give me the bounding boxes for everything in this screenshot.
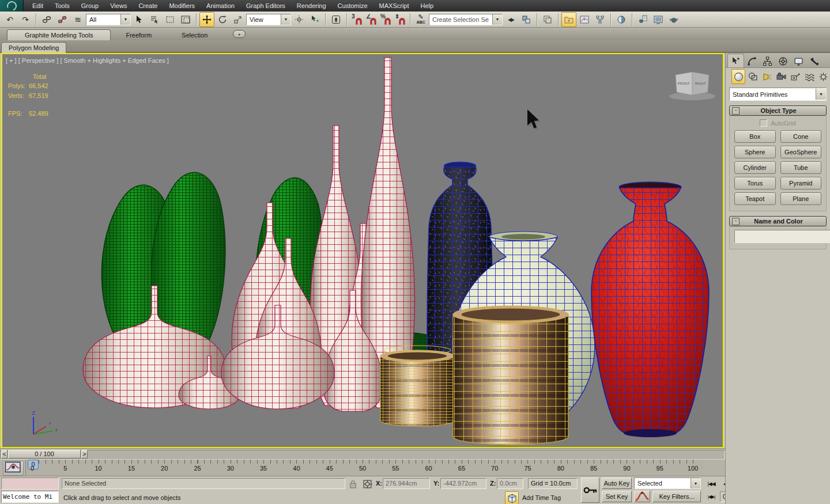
select-by-name-button[interactable] [147,12,162,27]
ribbon-tab-freeform[interactable]: Freeform [111,30,167,40]
align-button[interactable] [519,12,534,27]
snap-3d-toggle[interactable]: 3 [350,13,364,26]
category-lights-button[interactable] [761,70,774,84]
redo-button[interactable]: ↷ [18,12,33,27]
sphere-button[interactable]: Sphere [734,146,776,158]
select-object-button[interactable] [131,12,146,27]
percent-snap-toggle[interactable]: % [379,13,393,26]
autogrid-checkbox[interactable] [760,119,767,127]
ribbon-panel-polygon-modeling[interactable]: Polygon Modeling [1,42,66,54]
tab-hierarchy[interactable] [760,55,775,67]
collapse-icon[interactable]: - [732,218,740,225]
render-setup-button[interactable] [635,12,650,27]
torus-button[interactable]: Torus [734,177,776,190]
bind-to-space-warp-button[interactable]: ≋ [70,12,85,27]
material-editor-button[interactable] [614,12,629,27]
maxscript-mini-listener-output[interactable]: Welcome to Mi [1,491,59,503]
go-to-start-button[interactable]: |◀◀ [704,478,718,490]
time-slider-track[interactable] [0,450,725,460]
mirror-button[interactable]: ◀▶ [503,12,518,27]
spinner-snap-toggle[interactable]: ⇕ [393,13,407,26]
maxscript-mini-listener-pink[interactable] [1,478,59,490]
menu-customize[interactable]: Customize [332,0,373,12]
x-coord-field[interactable]: 276.944cm [383,478,430,489]
select-and-link-button[interactable] [39,12,54,27]
auto-key-button[interactable]: Auto Key [602,478,632,489]
use-pivot-center-button[interactable] [292,12,307,27]
named-selection-dropdown[interactable]: Create Selection Se ▼ [429,14,503,25]
tab-motion[interactable] [775,55,791,67]
keyboard-override-toggle[interactable] [329,12,344,27]
category-geometry-button[interactable] [731,69,745,84]
render-production-button[interactable] [666,12,681,27]
add-time-tag[interactable]: Add Time Tag [522,494,561,501]
key-filters-button[interactable]: Key Filters... [652,491,701,502]
time-slider-prev-button[interactable]: < [1,450,7,458]
isolate-cube-icon[interactable] [505,491,519,504]
select-and-rotate-button[interactable] [215,12,230,27]
dropdown-arrow-icon[interactable]: ▼ [492,14,502,25]
dropdown-arrow-icon[interactable]: ▼ [816,89,826,100]
teapot-button[interactable]: Teapot [734,192,776,205]
scene-cylinder-gold-small[interactable] [380,346,454,426]
selection-filter-dropdown[interactable]: All ▼ [86,14,131,25]
category-cameras-button[interactable] [775,70,787,84]
app-logo-button[interactable] [0,0,24,12]
window-crossing-toggle[interactable] [178,12,193,27]
tube-button[interactable]: Tube [780,161,822,174]
key-mode-dropdown[interactable]: Selected ▼ [634,478,701,489]
selection-lock-toggle[interactable] [346,478,359,490]
collapse-icon[interactable]: - [732,107,740,115]
ribbon-tab-selection[interactable]: Selection [167,30,222,40]
layer-manager-button[interactable] [540,12,555,27]
menu-views[interactable]: Views [104,0,133,12]
reference-coordinate-dropdown[interactable]: View ▼ [246,14,291,25]
menu-group[interactable]: Group [76,0,105,12]
viewcube-front-label[interactable]: FRONT [678,82,690,85]
open-mini-curve-editor-button[interactable] [3,461,24,476]
tab-utilities[interactable] [806,55,822,67]
menu-rendering[interactable]: Rendering [291,0,332,12]
menu-modifiers[interactable]: Modifiers [163,0,201,12]
scene-vase-red-crackle[interactable] [591,182,709,437]
y-coord-field[interactable]: -442.972cm [440,478,486,489]
plane-button[interactable]: Plane [780,192,822,205]
z-coord-field[interactable]: 0.0cm [497,478,523,489]
rendered-frame-window-button[interactable] [651,12,666,27]
key-mode-toggle-button[interactable]: |◀▶| [704,491,718,503]
menu-edit[interactable]: Edit [27,0,49,12]
menu-animation[interactable]: Animation [201,0,240,12]
viewcube[interactable]: FRONT RIGHT [669,72,715,100]
geometry-category-dropdown[interactable]: Standard Primitives ▼ [729,88,827,101]
select-and-move-button[interactable] [199,12,214,27]
ribbon-tab-graphite[interactable]: Graphite Modeling Tools [7,29,111,40]
edit-named-selections-button[interactable]: ✎ ABC [413,14,428,25]
tab-create[interactable] [727,54,744,67]
graphite-ribbon-toggle[interactable] [561,12,576,27]
dropdown-arrow-icon[interactable]: ▼ [120,14,130,25]
dropdown-arrow-icon[interactable]: ▼ [691,478,700,488]
cone-button[interactable]: Cone [780,130,822,143]
menu-graph-editors[interactable]: Graph Editors [240,0,291,12]
object-name-input[interactable] [734,230,830,243]
select-and-scale-button[interactable] [231,12,246,27]
set-key-button[interactable]: Set Key [602,491,632,502]
angle-snap-toggle[interactable]: ∠ [364,13,378,26]
viewport-scene[interactable]: FRONT RIGHT Z x y [2,54,723,447]
name-color-rollout-header[interactable]: - Name and Color [729,216,827,226]
rectangular-selection-region-button[interactable] [163,12,178,27]
menu-tools[interactable]: Tools [49,0,76,12]
viewport-label[interactable]: [ + ] [ Perspective ] [ Smooth + Highlig… [6,57,169,64]
dropdown-arrow-icon[interactable]: ▼ [281,14,290,25]
category-helpers-button[interactable] [789,70,802,84]
ribbon-minimize-button[interactable]: ▾ [233,30,246,38]
cylinder-button[interactable]: Cylinder [734,161,776,174]
schematic-view-button[interactable] [593,12,608,27]
object-type-rollout-header[interactable]: - Object Type [729,105,827,116]
unlink-selection-button[interactable] [55,12,70,27]
menu-maxscript[interactable]: MAXScript [373,0,415,12]
category-spacewarps-button[interactable] [803,70,816,84]
perspective-viewport[interactable]: FRONT RIGHT Z x y [ + ] [ Perspective ] … [1,53,724,448]
curve-editor-button[interactable] [577,12,592,27]
menu-create[interactable]: Create [133,0,163,12]
